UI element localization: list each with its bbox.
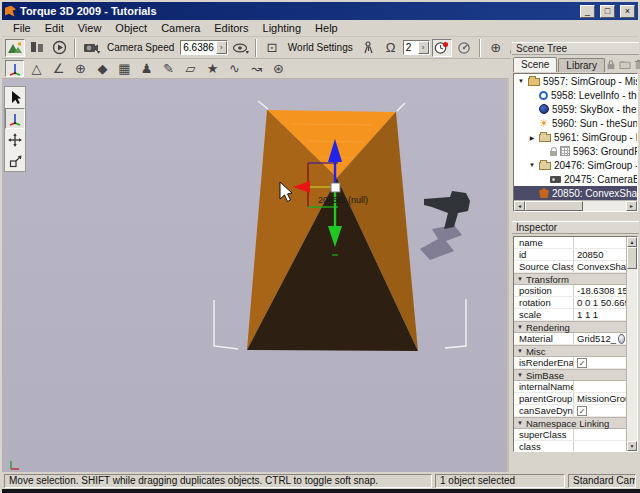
world-editor-button[interactable] — [5, 39, 25, 57]
menu-object[interactable]: Object — [108, 21, 154, 35]
tree-item[interactable]: ▼5957: SimGroup - MissionGroup — [514, 74, 637, 88]
toolbar-separator — [74, 39, 76, 57]
grid-icon — [560, 146, 570, 156]
lock-icon[interactable] — [606, 59, 616, 70]
expander-icon[interactable]: ▶ — [528, 134, 536, 141]
scroll-thumb[interactable] — [525, 201, 583, 211]
camera-speed-value[interactable]: 6.6386 — [181, 42, 216, 53]
particle-star-tool[interactable]: ★ — [203, 60, 222, 77]
scroll-left-button[interactable]: ◄ — [514, 201, 525, 211]
minimize-button[interactable]: _ — [580, 5, 595, 18]
move-gizmo-tool-button[interactable] — [5, 108, 25, 129]
tree-item[interactable]: ☀5960: Sun - theSun — [514, 116, 637, 130]
material-sphere-icon[interactable] — [618, 334, 625, 344]
drop-player-button[interactable] — [359, 39, 379, 57]
checkbox-checked[interactable]: ✓ — [577, 406, 587, 416]
title-bar[interactable]: Torque 3D 2009 - Tutorials _ □ × — [2, 2, 638, 20]
folder-icon[interactable] — [619, 59, 631, 70]
dial-button[interactable] — [454, 39, 474, 57]
player-count-input[interactable]: 2 › — [403, 40, 430, 55]
inspector-scrollbar[interactable]: ▲ ▼ — [626, 237, 637, 451]
menu-camera[interactable]: Camera — [154, 21, 207, 35]
river-curve-tool[interactable]: ∿ — [225, 60, 244, 77]
terrain-editor-tool[interactable]: △ — [27, 60, 46, 77]
translate-tool-button[interactable] — [5, 129, 25, 150]
gui-editor-button[interactable] — [27, 39, 47, 57]
field-label: rotation — [514, 297, 574, 308]
tree-item[interactable]: 20850: ConvexShape — [514, 186, 637, 200]
tab-library[interactable]: Library — [558, 58, 605, 72]
3d-viewport[interactable]: 20850: (null) — [2, 79, 509, 472]
blocks-icon — [30, 41, 44, 54]
maximize-button[interactable]: □ — [600, 5, 615, 18]
decal-stamp-tool[interactable]: ♟ — [137, 60, 156, 77]
camera-menu-button[interactable]: ▾ — [81, 39, 101, 57]
visibility-button[interactable]: ▾ — [230, 39, 250, 57]
tab-scene[interactable]: Scene — [513, 57, 557, 72]
camera-speed-input[interactable]: 6.6386 › — [180, 40, 228, 55]
camera-speed-spinner[interactable]: › — [216, 41, 227, 54]
inspector-section[interactable]: ▼Namespace Linking — [514, 417, 637, 429]
world-settings-label[interactable]: World Settings — [284, 42, 357, 53]
lock-icon — [550, 151, 557, 156]
gizmo-center-handle[interactable] — [331, 183, 340, 192]
tree-item[interactable]: 5958: LevelInfo - theLevelInfo — [514, 88, 637, 102]
close-button[interactable]: × — [620, 5, 635, 18]
section-label: Rendering — [526, 322, 570, 333]
skybox-icon — [539, 104, 549, 114]
add-object-button[interactable]: ⊕ — [486, 39, 506, 57]
field-value-text: Grid512_ — [577, 333, 616, 344]
tree-item[interactable]: 20475: CameraBookmark [N — [514, 172, 637, 186]
window-title: Torque 3D 2009 - Tutorials — [20, 5, 575, 17]
play-button[interactable] — [49, 39, 69, 57]
scroll-down-button[interactable]: ▼ — [627, 441, 637, 451]
player-count-value[interactable]: 2 — [404, 42, 418, 53]
chevron-down-icon: ▾ — [246, 48, 249, 55]
app-logo-icon — [5, 6, 16, 17]
inspector-section[interactable]: ▼Rendering — [514, 321, 637, 333]
tree-horizontal-scrollbar[interactable]: ◄ ► — [514, 200, 637, 211]
inspector-section[interactable]: ▼SimBase — [514, 369, 637, 381]
camera-icon — [550, 176, 561, 183]
menu-view[interactable]: View — [71, 21, 109, 35]
sheet-plane-tool[interactable]: ▱ — [181, 60, 200, 77]
timer-button[interactable] — [432, 39, 452, 57]
inspector-section[interactable]: ▼Transform — [514, 273, 637, 285]
menu-edit[interactable]: Edit — [38, 21, 71, 35]
player-count-spinner[interactable]: › — [418, 41, 429, 54]
mountain-icon — [7, 41, 23, 54]
tree-item-label: 20475: CameraBookmark [N — [564, 174, 637, 185]
weapon-prop[interactable] — [424, 191, 470, 229]
tree-item[interactable]: 5959: SkyBox - theSky — [514, 102, 637, 116]
select-tool-button[interactable] — [5, 87, 25, 108]
road-path-tool[interactable]: ↝ — [247, 60, 266, 77]
wheel-tool[interactable]: ⊛ — [269, 60, 288, 77]
tree-item[interactable]: ▶5961: SimGroup - PlayerDropP — [514, 130, 637, 144]
terrain-paint-tool[interactable]: ∠ — [49, 60, 68, 77]
convex-block-tool[interactable]: ◆ — [93, 60, 112, 77]
expander-icon[interactable]: ▼ — [517, 78, 525, 84]
sphere-primitive-tool[interactable]: ⊕ — [71, 60, 90, 77]
scroll-right-button[interactable]: ► — [626, 201, 637, 211]
clock-icon — [434, 41, 449, 55]
tree-item[interactable]: 5963: GroundPlane — [514, 144, 637, 158]
menu-file[interactable]: File — [6, 21, 38, 35]
gizmo-axes-tool[interactable] — [5, 60, 24, 77]
menu-lighting[interactable]: Lighting — [256, 21, 309, 35]
checkbox-checked[interactable]: ✓ — [577, 358, 587, 368]
inspector-row: id20850 — [514, 249, 637, 261]
frame-selection-button[interactable]: ⊡ — [262, 39, 282, 57]
feather-brush-tool[interactable]: ✎ — [159, 60, 178, 77]
material-editor-tool[interactable]: ▦ — [115, 60, 134, 77]
trash-icon[interactable] — [634, 59, 640, 70]
expander-icon[interactable]: ▼ — [528, 162, 536, 168]
menu-help[interactable]: Help — [308, 21, 345, 35]
scroll-up-button[interactable]: ▲ — [627, 237, 637, 247]
menu-editors[interactable]: Editors — [207, 21, 255, 35]
scroll-thumb[interactable] — [627, 247, 637, 269]
scale-tool-button[interactable] — [5, 150, 25, 171]
omega-button[interactable]: Ω — [381, 39, 401, 57]
tree-item-label: 5959: SkyBox - theSky — [552, 104, 637, 115]
tree-item[interactable]: ▼20476: SimGroup - CameraBoo — [514, 158, 637, 172]
inspector-section[interactable]: ▼Misc — [514, 345, 637, 357]
